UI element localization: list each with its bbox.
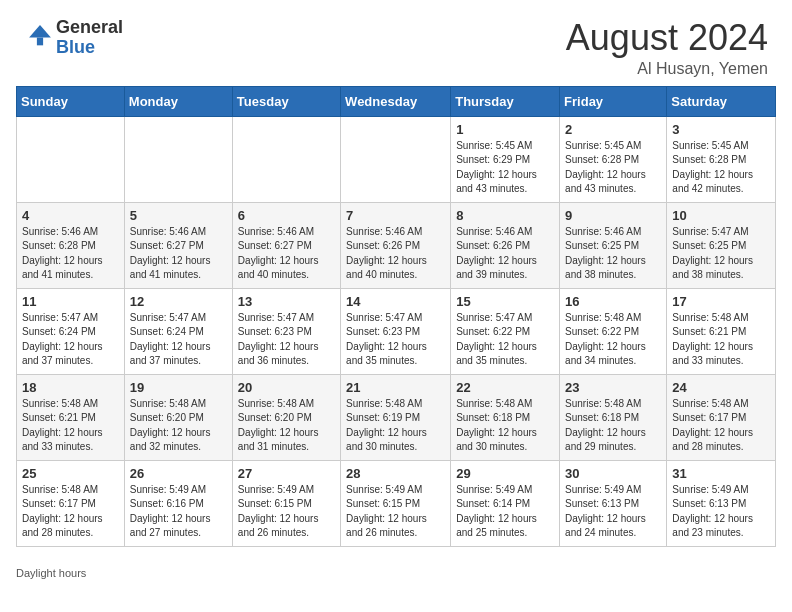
day-info: Sunrise: 5:46 AM Sunset: 6:26 PM Dayligh… — [456, 225, 554, 283]
day-info: Sunrise: 5:46 AM Sunset: 6:26 PM Dayligh… — [346, 225, 445, 283]
day-number: 20 — [238, 380, 335, 395]
day-number: 4 — [22, 208, 119, 223]
day-number: 22 — [456, 380, 554, 395]
day-info: Sunrise: 5:48 AM Sunset: 6:20 PM Dayligh… — [238, 397, 335, 455]
day-info: Sunrise: 5:49 AM Sunset: 6:15 PM Dayligh… — [238, 483, 335, 541]
calendar-day-cell: 15Sunrise: 5:47 AM Sunset: 6:22 PM Dayli… — [451, 288, 560, 374]
day-number: 1 — [456, 122, 554, 137]
day-header: Monday — [124, 86, 232, 116]
day-number: 25 — [22, 466, 119, 481]
day-header: Friday — [560, 86, 667, 116]
footer-text: Daylight hours — [16, 567, 86, 579]
day-info: Sunrise: 5:49 AM Sunset: 6:16 PM Dayligh… — [130, 483, 227, 541]
calendar-day-cell: 30Sunrise: 5:49 AM Sunset: 6:13 PM Dayli… — [560, 460, 667, 546]
day-number: 2 — [565, 122, 661, 137]
day-info: Sunrise: 5:45 AM Sunset: 6:29 PM Dayligh… — [456, 139, 554, 197]
day-number: 14 — [346, 294, 445, 309]
logo-icon — [26, 22, 54, 50]
day-number: 24 — [672, 380, 770, 395]
calendar-day-cell: 31Sunrise: 5:49 AM Sunset: 6:13 PM Dayli… — [667, 460, 776, 546]
calendar-day-cell: 2Sunrise: 5:45 AM Sunset: 6:28 PM Daylig… — [560, 116, 667, 202]
calendar-day-cell: 8Sunrise: 5:46 AM Sunset: 6:26 PM Daylig… — [451, 202, 560, 288]
day-info: Sunrise: 5:48 AM Sunset: 6:17 PM Dayligh… — [22, 483, 119, 541]
calendar-header-row: SundayMondayTuesdayWednesdayThursdayFrid… — [17, 86, 776, 116]
calendar-day-cell: 24Sunrise: 5:48 AM Sunset: 6:17 PM Dayli… — [667, 374, 776, 460]
day-number: 26 — [130, 466, 227, 481]
day-info: Sunrise: 5:48 AM Sunset: 6:20 PM Dayligh… — [130, 397, 227, 455]
calendar-day-cell: 16Sunrise: 5:48 AM Sunset: 6:22 PM Dayli… — [560, 288, 667, 374]
calendar-day-cell: 21Sunrise: 5:48 AM Sunset: 6:19 PM Dayli… — [341, 374, 451, 460]
day-info: Sunrise: 5:49 AM Sunset: 6:13 PM Dayligh… — [672, 483, 770, 541]
calendar-day-cell: 20Sunrise: 5:48 AM Sunset: 6:20 PM Dayli… — [232, 374, 340, 460]
logo-blue: Blue — [56, 37, 95, 57]
calendar-wrap: SundayMondayTuesdayWednesdayThursdayFrid… — [0, 86, 792, 563]
location: Al Husayn, Yemen — [566, 60, 768, 78]
day-number: 13 — [238, 294, 335, 309]
calendar-day-cell: 11Sunrise: 5:47 AM Sunset: 6:24 PM Dayli… — [17, 288, 125, 374]
day-info: Sunrise: 5:48 AM Sunset: 6:17 PM Dayligh… — [672, 397, 770, 455]
day-header: Thursday — [451, 86, 560, 116]
calendar-day-cell: 7Sunrise: 5:46 AM Sunset: 6:26 PM Daylig… — [341, 202, 451, 288]
day-info: Sunrise: 5:46 AM Sunset: 6:25 PM Dayligh… — [565, 225, 661, 283]
day-number: 10 — [672, 208, 770, 223]
day-info: Sunrise: 5:46 AM Sunset: 6:28 PM Dayligh… — [22, 225, 119, 283]
day-header: Sunday — [17, 86, 125, 116]
calendar-day-cell: 23Sunrise: 5:48 AM Sunset: 6:18 PM Dayli… — [560, 374, 667, 460]
calendar-day-cell: 6Sunrise: 5:46 AM Sunset: 6:27 PM Daylig… — [232, 202, 340, 288]
calendar-day-cell — [124, 116, 232, 202]
calendar-day-cell — [17, 116, 125, 202]
day-info: Sunrise: 5:48 AM Sunset: 6:18 PM Dayligh… — [456, 397, 554, 455]
day-info: Sunrise: 5:48 AM Sunset: 6:19 PM Dayligh… — [346, 397, 445, 455]
calendar-week-row: 25Sunrise: 5:48 AM Sunset: 6:17 PM Dayli… — [17, 460, 776, 546]
calendar-week-row: 1Sunrise: 5:45 AM Sunset: 6:29 PM Daylig… — [17, 116, 776, 202]
day-info: Sunrise: 5:49 AM Sunset: 6:15 PM Dayligh… — [346, 483, 445, 541]
day-info: Sunrise: 5:47 AM Sunset: 6:24 PM Dayligh… — [22, 311, 119, 369]
day-info: Sunrise: 5:46 AM Sunset: 6:27 PM Dayligh… — [238, 225, 335, 283]
day-info: Sunrise: 5:48 AM Sunset: 6:22 PM Dayligh… — [565, 311, 661, 369]
day-number: 7 — [346, 208, 445, 223]
header: General Blue August 2024 Al Husayn, Yeme… — [0, 0, 792, 86]
calendar-day-cell: 9Sunrise: 5:46 AM Sunset: 6:25 PM Daylig… — [560, 202, 667, 288]
day-number: 6 — [238, 208, 335, 223]
day-info: Sunrise: 5:48 AM Sunset: 6:21 PM Dayligh… — [22, 397, 119, 455]
calendar-week-row: 4Sunrise: 5:46 AM Sunset: 6:28 PM Daylig… — [17, 202, 776, 288]
day-header: Wednesday — [341, 86, 451, 116]
month-year: August 2024 — [566, 18, 768, 58]
calendar-day-cell: 5Sunrise: 5:46 AM Sunset: 6:27 PM Daylig… — [124, 202, 232, 288]
day-number: 5 — [130, 208, 227, 223]
day-number: 30 — [565, 466, 661, 481]
calendar-day-cell: 25Sunrise: 5:48 AM Sunset: 6:17 PM Dayli… — [17, 460, 125, 546]
calendar-week-row: 11Sunrise: 5:47 AM Sunset: 6:24 PM Dayli… — [17, 288, 776, 374]
day-number: 9 — [565, 208, 661, 223]
logo-general: General — [56, 17, 123, 37]
calendar-day-cell: 12Sunrise: 5:47 AM Sunset: 6:24 PM Dayli… — [124, 288, 232, 374]
calendar-day-cell: 19Sunrise: 5:48 AM Sunset: 6:20 PM Dayli… — [124, 374, 232, 460]
day-number: 28 — [346, 466, 445, 481]
svg-rect-1 — [37, 37, 43, 45]
day-info: Sunrise: 5:49 AM Sunset: 6:14 PM Dayligh… — [456, 483, 554, 541]
day-info: Sunrise: 5:48 AM Sunset: 6:21 PM Dayligh… — [672, 311, 770, 369]
calendar-day-cell: 27Sunrise: 5:49 AM Sunset: 6:15 PM Dayli… — [232, 460, 340, 546]
day-number: 27 — [238, 466, 335, 481]
calendar-day-cell: 1Sunrise: 5:45 AM Sunset: 6:29 PM Daylig… — [451, 116, 560, 202]
day-number: 31 — [672, 466, 770, 481]
logo: General Blue — [24, 18, 123, 58]
calendar-week-row: 18Sunrise: 5:48 AM Sunset: 6:21 PM Dayli… — [17, 374, 776, 460]
day-number: 12 — [130, 294, 227, 309]
calendar-day-cell: 17Sunrise: 5:48 AM Sunset: 6:21 PM Dayli… — [667, 288, 776, 374]
day-number: 15 — [456, 294, 554, 309]
calendar-day-cell: 26Sunrise: 5:49 AM Sunset: 6:16 PM Dayli… — [124, 460, 232, 546]
day-number: 21 — [346, 380, 445, 395]
day-info: Sunrise: 5:47 AM Sunset: 6:25 PM Dayligh… — [672, 225, 770, 283]
day-info: Sunrise: 5:47 AM Sunset: 6:22 PM Dayligh… — [456, 311, 554, 369]
calendar-day-cell — [341, 116, 451, 202]
day-header: Saturday — [667, 86, 776, 116]
day-info: Sunrise: 5:47 AM Sunset: 6:23 PM Dayligh… — [238, 311, 335, 369]
day-number: 29 — [456, 466, 554, 481]
calendar-day-cell: 13Sunrise: 5:47 AM Sunset: 6:23 PM Dayli… — [232, 288, 340, 374]
day-header: Tuesday — [232, 86, 340, 116]
day-number: 17 — [672, 294, 770, 309]
calendar-day-cell: 10Sunrise: 5:47 AM Sunset: 6:25 PM Dayli… — [667, 202, 776, 288]
svg-marker-0 — [29, 25, 51, 37]
day-number: 8 — [456, 208, 554, 223]
